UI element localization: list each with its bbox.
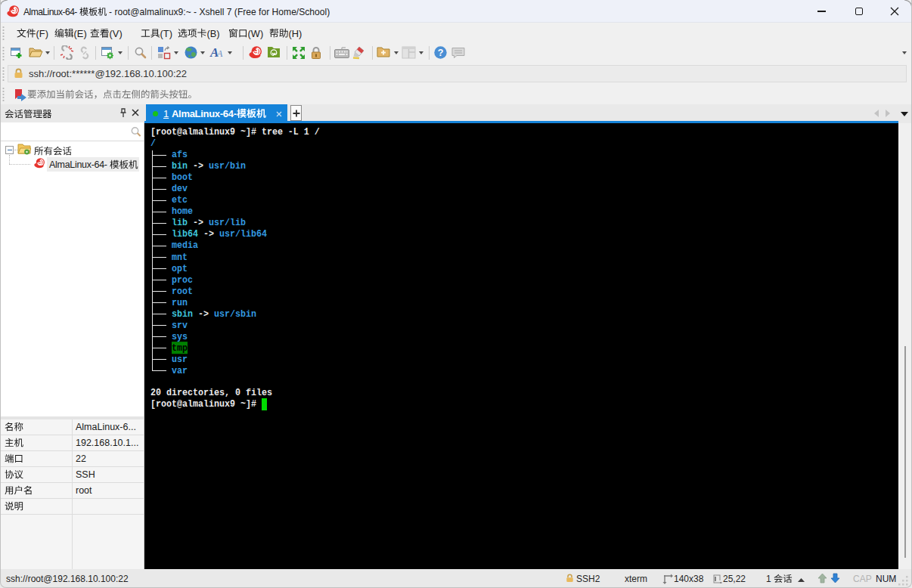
svg-text:?: ? [438, 48, 444, 58]
svg-text:A: A [216, 48, 223, 59]
